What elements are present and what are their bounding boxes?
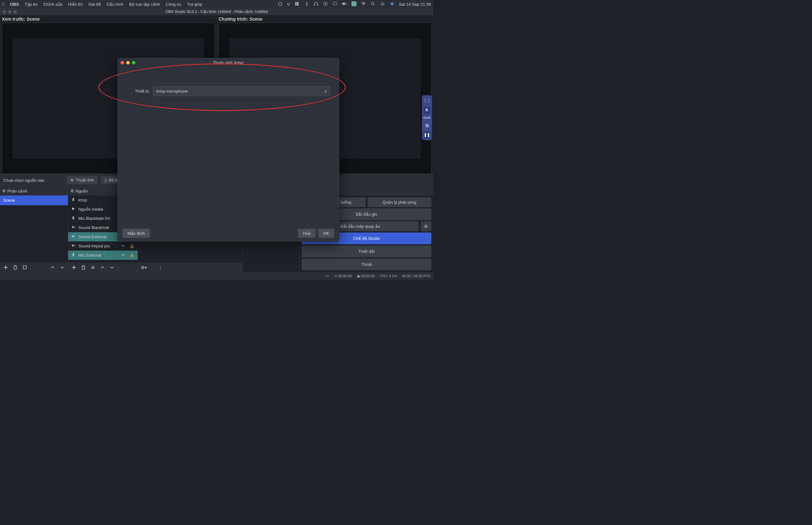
play-icon[interactable] (323, 1, 328, 7)
svg-rect-12 (351, 1, 357, 6)
mixer-footer: ⚙▾ ⋮ (138, 262, 242, 272)
visibility-icon[interactable]: 👁 (121, 253, 127, 258)
stats-icon[interactable]: ▪▫▫ (326, 274, 329, 278)
scene-filter-button[interactable] (20, 264, 29, 271)
spotlight-icon[interactable] (371, 1, 376, 7)
lock-icon[interactable]: 🔓 (130, 253, 135, 258)
mixer-menu-button[interactable]: ⋮ (156, 264, 165, 271)
exit-button[interactable]: Thoát (302, 258, 431, 270)
siri-icon[interactable] (390, 1, 395, 7)
visibility-icon[interactable]: 👁 (121, 244, 127, 249)
source-properties-button[interactable]: ⚙ (89, 264, 97, 271)
menu-view[interactable]: Hiển thị (68, 2, 83, 7)
traffic-lights[interactable] (2, 10, 17, 14)
source-item[interactable]: Mic External👁🔓 (68, 251, 138, 260)
menu-docks[interactable]: Giá đỡ (89, 2, 101, 7)
screen-mirror-icon[interactable] (332, 1, 337, 7)
preview-left-label: Xem trước: Scene (2, 16, 215, 23)
svg-rect-1 (295, 2, 297, 3)
svg-rect-3 (295, 4, 297, 5)
device-select[interactable]: krisp microphone ▴▾ (153, 86, 330, 96)
remove-source-button[interactable] (79, 264, 88, 271)
spk-icon (71, 225, 76, 230)
svg-rect-10 (342, 3, 345, 4)
bluetooth-icon[interactable] (304, 1, 309, 7)
headphones-icon[interactable] (313, 1, 318, 7)
mic-icon (71, 197, 76, 203)
maximize-window[interactable] (13, 10, 17, 14)
widget-notes-icon[interactable]: ▤ (423, 122, 431, 129)
modal-zoom-button[interactable] (132, 61, 135, 64)
manage-broadcast-button[interactable]: Quản lý phát sóng (367, 197, 432, 207)
stage-manager-icon[interactable] (294, 1, 299, 7)
menubar-right: V Sat 14 Sep 21:39 (277, 1, 431, 7)
ok-button[interactable]: OK (318, 229, 334, 238)
widget-pause-icon[interactable]: ❚❚ (423, 131, 431, 138)
add-scene-button[interactable] (1, 264, 10, 271)
scene-down-button[interactable] (58, 264, 66, 271)
close-window[interactable] (2, 10, 6, 14)
properties-modal: Thuộc tính 'krisp' Thiết bị krisp microp… (117, 58, 340, 242)
properties-button[interactable]: ⚙ Thuộc tính (66, 176, 98, 184)
device-label: Thiết bị (127, 89, 149, 94)
defaults-button[interactable]: Mặc định (122, 229, 150, 238)
preview-right-label: Chương trình: Scene (219, 16, 431, 23)
source-name: Sound External (78, 235, 119, 239)
scene-up-button[interactable] (48, 264, 57, 271)
source-item[interactable]: Sound Airpod prc👁🔓 (68, 241, 138, 251)
mic-icon (71, 253, 76, 258)
battery-icon[interactable] (342, 1, 347, 7)
modal-titlebar[interactable]: Thuộc tính 'krisp' (117, 58, 340, 67)
clock[interactable]: Sat 14 Sep 21:39 (399, 2, 431, 7)
scenes-panel: ⧉ Phân cảnh Scene (0, 186, 68, 272)
scene-item[interactable]: Scene (0, 195, 68, 205)
device-value: krisp microphone (156, 89, 188, 94)
wifi-icon[interactable] (361, 1, 366, 7)
menu-scenecollection[interactable]: Bộ sưu tập cảnh (129, 2, 160, 7)
source-down-button[interactable] (107, 264, 116, 271)
mixer-gear-button[interactable]: ⚙▾ (139, 264, 148, 271)
minimize-window[interactable] (8, 10, 11, 14)
dock-icon: ⧉ (71, 189, 74, 194)
device-row: Thiết bị krisp microphone ▴▾ (127, 86, 330, 96)
window-titlebar: OBS Studio 30.0.2 - Cấu hình: Untitled -… (0, 8, 433, 15)
svg-point-14 (371, 2, 374, 4)
menu-edit[interactable]: Chỉnh sửa (43, 2, 62, 7)
apple-menu[interactable]:  (2, 2, 4, 7)
modal-minimize-button[interactable] (126, 61, 130, 64)
svg-point-15 (381, 2, 382, 3)
scenes-header[interactable]: ⧉ Phân cảnh (0, 186, 68, 195)
menu-file[interactable]: Tập tin (25, 2, 38, 7)
svg-rect-4 (297, 4, 299, 5)
modal-title: Thuộc tính 'krisp' (213, 60, 244, 65)
widget-drag-icon[interactable]: ⋮⋮ (423, 97, 431, 104)
svg-point-13 (363, 5, 364, 5)
virtualcam-settings-button[interactable]: ⚙ (421, 221, 431, 231)
v-icon[interactable]: V (287, 2, 290, 7)
source-up-button[interactable] (98, 264, 107, 271)
gear-icon: ⚙ (71, 178, 74, 182)
settings-button[interactable]: Thiết đặt (302, 245, 431, 257)
spk-icon (71, 234, 76, 240)
app-name[interactable]: OBS (10, 2, 19, 7)
menu-help[interactable]: Trợ giúp (187, 2, 202, 7)
no-source-text: Chưa chọn nguồn nào (3, 178, 63, 183)
status-bar: ▪▫▫ ⊙ 00:00:00 ▣ 00:00:00 CPU: 4.1% 48.0… (0, 272, 433, 280)
menu-profile[interactable]: Cấu hình (107, 2, 124, 7)
modal-close-button[interactable] (121, 61, 124, 64)
obs-tray-icon[interactable] (277, 1, 283, 7)
control-center-icon[interactable] (380, 1, 385, 7)
sources-footer: ⚙ (68, 262, 138, 272)
lock-icon[interactable]: 🔓 (130, 244, 135, 249)
add-source-button[interactable] (70, 264, 78, 271)
source-name: Sound Airpod prc (78, 244, 119, 249)
widget-k-icon[interactable]: K (423, 107, 431, 114)
menu-tools[interactable]: Công cụ (166, 2, 181, 7)
cancel-button[interactable]: Hủy (298, 229, 316, 238)
source-name: Mic Blackhole Dri (78, 216, 119, 221)
floating-widget[interactable]: ⋮⋮ K 00:09 ▤ ❚❚ (422, 95, 432, 140)
app-icon[interactable] (351, 1, 357, 7)
status-fps: 48.00 / 48.00 FPS (402, 274, 430, 278)
remove-scene-button[interactable] (11, 264, 20, 271)
source-name: Sound Blackhole (78, 225, 119, 230)
